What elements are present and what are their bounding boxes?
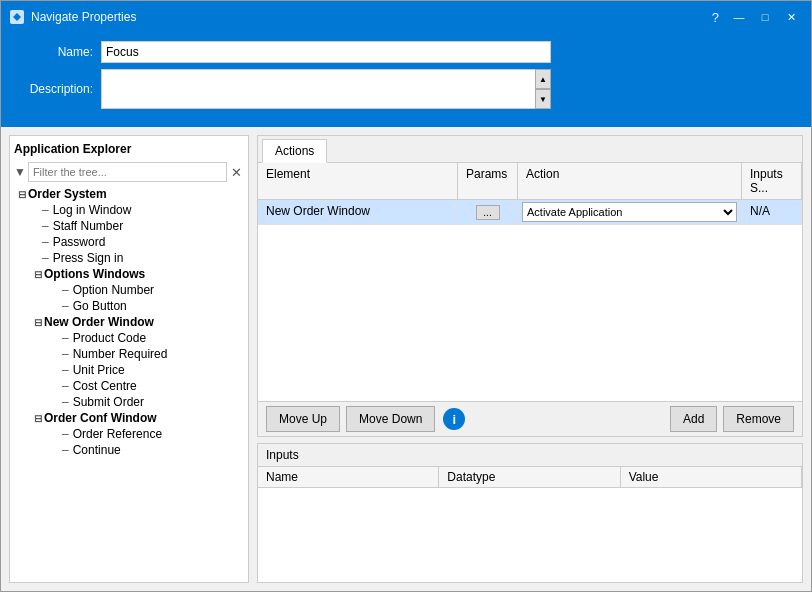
expand-options-windows: ⊟ [34, 269, 42, 280]
row-action: Activate Application Click Type Navigate… [518, 200, 742, 224]
tree-item-password[interactable]: –Password [22, 234, 244, 250]
window-controls: — □ ✕ [727, 7, 803, 27]
tree-node-new-order-window[interactable]: ⊟ New Order Window [22, 314, 244, 330]
inputs-col-name: Name [258, 467, 439, 487]
expand-order-system: ⊟ [18, 189, 26, 200]
title-bar-right: ? — □ ✕ [712, 7, 803, 27]
filter-icon: ▼ [14, 165, 26, 179]
help-button[interactable]: ? [712, 10, 719, 25]
expand-order-conf-window: ⊟ [34, 413, 42, 424]
name-label: Name: [13, 45, 93, 59]
info-icon[interactable]: i [443, 408, 465, 430]
description-scrollbar: ▲ ▼ [535, 69, 551, 109]
description-input[interactable] [101, 69, 551, 109]
app-explorer-title: Application Explorer [14, 140, 244, 158]
inputs-body [258, 488, 802, 582]
tree-item-submit-order[interactable]: –Submit Order [42, 394, 244, 410]
col-action: Action [518, 163, 742, 199]
maximize-button[interactable]: □ [753, 7, 777, 27]
main-content: Application Explorer ▼ ✕ ⊟ Order System … [1, 127, 811, 591]
inputs-col-datatype: Datatype [439, 467, 620, 487]
tree-item-number-required[interactable]: –Number Required [42, 346, 244, 362]
new-order-window-group: –Product Code –Number Required –Unit Pri… [22, 330, 244, 410]
actions-panel: Actions Element Params Action Inputs S..… [257, 135, 803, 437]
window-title: Navigate Properties [31, 10, 136, 24]
tree-item-product-code[interactable]: –Product Code [42, 330, 244, 346]
description-row: Description: ▲ ▼ [13, 69, 799, 109]
move-up-button[interactable]: Move Up [266, 406, 340, 432]
inputs-header: Inputs [258, 444, 802, 467]
main-window: Navigate Properties ? — □ ✕ Name: Descri… [0, 0, 812, 592]
name-input[interactable] [101, 41, 551, 63]
actions-btn-row: Move Up Move Down i Add Remove [258, 401, 802, 436]
title-bar-left: Navigate Properties [9, 9, 136, 25]
tree-item-press-sign-in[interactable]: –Press Sign in [22, 250, 244, 266]
table-row[interactable]: New Order Window ... Activate Applicatio… [258, 200, 802, 225]
tree-area: ⊟ Order System –Log in Window –Staff Num… [14, 186, 244, 578]
filter-clear-button[interactable]: ✕ [229, 165, 244, 180]
description-label: Description: [13, 82, 93, 96]
tab-actions[interactable]: Actions [262, 139, 327, 163]
filter-input[interactable] [28, 162, 227, 182]
options-windows-label: Options Windows [44, 267, 145, 281]
app-icon [9, 9, 25, 25]
tree-item-cost-centre[interactable]: –Cost Centre [42, 378, 244, 394]
add-button[interactable]: Add [670, 406, 717, 432]
order-conf-window-group: –Order Reference –Continue [22, 426, 244, 458]
row-inputs-s: N/A [742, 200, 802, 224]
row-params: ... [458, 200, 518, 224]
title-bar: Navigate Properties ? — □ ✕ [1, 1, 811, 33]
params-button[interactable]: ... [476, 205, 500, 220]
tree-node-order-system[interactable]: ⊟ Order System [14, 186, 244, 202]
expand-new-order-window: ⊟ [34, 317, 42, 328]
col-params: Params [458, 163, 518, 199]
tree-node-options-windows[interactable]: ⊟ Options Windows [22, 266, 244, 282]
col-element: Element [258, 163, 458, 199]
new-order-window-label: New Order Window [44, 315, 154, 329]
minimize-button[interactable]: — [727, 7, 751, 27]
actions-table-header: Element Params Action Inputs S... [258, 163, 802, 200]
tree-item-option-number[interactable]: –Option Number [42, 282, 244, 298]
left-panel: Application Explorer ▼ ✕ ⊟ Order System … [9, 135, 249, 583]
tree-item-order-reference[interactable]: –Order Reference [42, 426, 244, 442]
name-row: Name: [13, 41, 799, 63]
filter-row: ▼ ✕ [14, 162, 244, 182]
col-inputs-s: Inputs S... [742, 163, 802, 199]
description-wrapper: ▲ ▼ [101, 69, 551, 109]
row-element: New Order Window [258, 200, 458, 224]
scroll-up-btn[interactable]: ▲ [535, 69, 551, 89]
right-panel: Actions Element Params Action Inputs S..… [257, 135, 803, 583]
inputs-col-value: Value [621, 467, 802, 487]
move-down-button[interactable]: Move Down [346, 406, 435, 432]
remove-button[interactable]: Remove [723, 406, 794, 432]
tree-item-staff-number[interactable]: –Staff Number [22, 218, 244, 234]
inputs-panel: Inputs Name Datatype Value [257, 443, 803, 583]
tab-bar: Actions [258, 136, 802, 163]
tree-node-order-conf-window[interactable]: ⊟ Order Conf Window [22, 410, 244, 426]
tree-item-continue[interactable]: –Continue [42, 442, 244, 458]
action-select[interactable]: Activate Application Click Type Navigate… [522, 202, 737, 222]
form-area: Name: Description: ▲ ▼ [1, 33, 811, 127]
options-windows-group: –Option Number –Go Button [22, 282, 244, 314]
actions-table-body: New Order Window ... Activate Applicatio… [258, 200, 802, 401]
tree-item-go-button[interactable]: –Go Button [42, 298, 244, 314]
order-conf-window-label: Order Conf Window [44, 411, 157, 425]
tree-item-unit-price[interactable]: –Unit Price [42, 362, 244, 378]
inputs-table-header: Name Datatype Value [258, 467, 802, 488]
order-system-label: Order System [28, 187, 107, 201]
scroll-down-btn[interactable]: ▼ [535, 89, 551, 109]
order-system-group: –Log in Window –Staff Number –Password –… [14, 202, 244, 458]
close-button[interactable]: ✕ [779, 7, 803, 27]
tree-item-login-window[interactable]: –Log in Window [22, 202, 244, 218]
